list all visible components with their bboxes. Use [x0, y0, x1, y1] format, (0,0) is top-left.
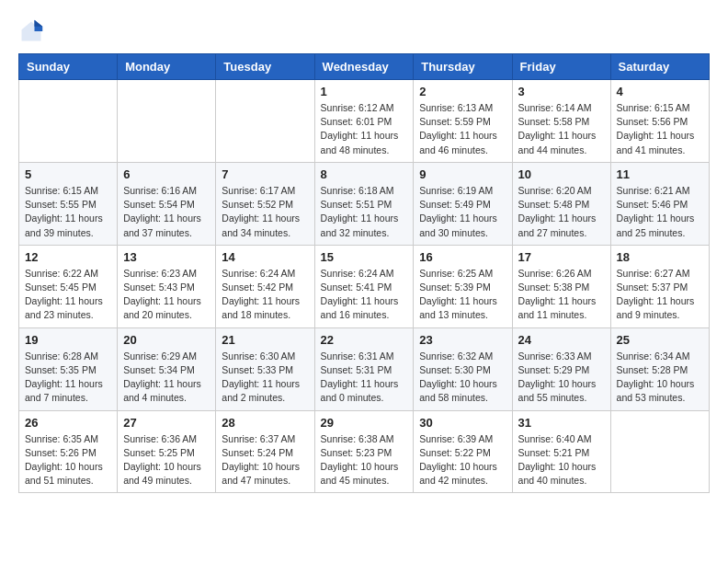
day-number: 26	[25, 416, 111, 430]
weekday-header-friday: Friday	[512, 54, 610, 80]
day-info: Sunrise: 6:24 AM Sunset: 5:41 PM Dayligh…	[321, 267, 408, 323]
day-info: Sunrise: 6:15 AM Sunset: 5:55 PM Dayligh…	[25, 184, 111, 240]
day-number: 7	[222, 167, 308, 181]
calendar-cell: 28Sunrise: 6:37 AM Sunset: 5:24 PM Dayli…	[216, 410, 314, 493]
weekday-header-sunday: Sunday	[19, 54, 118, 80]
day-number: 8	[321, 167, 408, 181]
day-info: Sunrise: 6:13 AM Sunset: 5:59 PM Dayligh…	[419, 101, 506, 157]
day-number: 12	[25, 250, 111, 264]
calendar-cell: 27Sunrise: 6:36 AM Sunset: 5:25 PM Dayli…	[118, 410, 216, 493]
day-info: Sunrise: 6:29 AM Sunset: 5:34 PM Dayligh…	[123, 350, 210, 406]
day-number: 1	[321, 85, 408, 98]
calendar-table: SundayMondayTuesdayWednesdayThursdayFrid…	[18, 53, 710, 493]
day-number: 21	[222, 333, 308, 347]
day-number: 23	[419, 333, 506, 347]
calendar-cell	[19, 80, 118, 163]
day-info: Sunrise: 6:14 AM Sunset: 5:58 PM Dayligh…	[518, 101, 605, 157]
weekday-header-thursday: Thursday	[414, 54, 512, 80]
calendar-cell: 16Sunrise: 6:25 AM Sunset: 5:39 PM Dayli…	[414, 245, 512, 327]
calendar-cell: 2Sunrise: 6:13 AM Sunset: 5:59 PM Daylig…	[414, 80, 512, 163]
logo	[18, 18, 48, 44]
day-info: Sunrise: 6:34 AM Sunset: 5:28 PM Dayligh…	[617, 350, 703, 406]
day-number: 25	[617, 333, 703, 347]
logo-icon	[18, 18, 44, 44]
calendar-cell: 8Sunrise: 6:18 AM Sunset: 5:51 PM Daylig…	[314, 162, 414, 245]
day-info: Sunrise: 6:22 AM Sunset: 5:45 PM Dayligh…	[25, 267, 111, 323]
day-number: 28	[222, 416, 308, 430]
calendar-cell: 7Sunrise: 6:17 AM Sunset: 5:52 PM Daylig…	[216, 162, 314, 245]
day-info: Sunrise: 6:20 AM Sunset: 5:48 PM Dayligh…	[518, 184, 605, 240]
calendar-cell: 3Sunrise: 6:14 AM Sunset: 5:58 PM Daylig…	[512, 80, 610, 163]
day-number: 27	[123, 416, 210, 430]
day-info: Sunrise: 6:26 AM Sunset: 5:38 PM Dayligh…	[518, 267, 605, 323]
day-number: 31	[518, 416, 605, 430]
calendar-cell	[118, 80, 216, 163]
calendar-cell: 21Sunrise: 6:30 AM Sunset: 5:33 PM Dayli…	[216, 327, 314, 410]
day-info: Sunrise: 6:16 AM Sunset: 5:54 PM Dayligh…	[123, 184, 210, 240]
day-number: 4	[617, 85, 703, 98]
calendar-header-row: SundayMondayTuesdayWednesdayThursdayFrid…	[19, 54, 710, 80]
day-number: 5	[25, 167, 111, 181]
calendar-cell	[216, 80, 314, 163]
day-info: Sunrise: 6:19 AM Sunset: 5:49 PM Dayligh…	[419, 184, 506, 240]
day-info: Sunrise: 6:33 AM Sunset: 5:29 PM Dayligh…	[518, 350, 605, 406]
calendar-cell: 12Sunrise: 6:22 AM Sunset: 5:45 PM Dayli…	[19, 245, 118, 327]
calendar-cell: 14Sunrise: 6:24 AM Sunset: 5:42 PM Dayli…	[216, 245, 314, 327]
calendar-cell: 4Sunrise: 6:15 AM Sunset: 5:56 PM Daylig…	[610, 80, 709, 163]
day-number: 18	[617, 250, 703, 264]
day-info: Sunrise: 6:32 AM Sunset: 5:30 PM Dayligh…	[419, 350, 506, 406]
weekday-header-tuesday: Tuesday	[216, 54, 314, 80]
calendar-cell: 6Sunrise: 6:16 AM Sunset: 5:54 PM Daylig…	[118, 162, 216, 245]
calendar-cell: 26Sunrise: 6:35 AM Sunset: 5:26 PM Dayli…	[19, 410, 118, 493]
calendar-cell: 17Sunrise: 6:26 AM Sunset: 5:38 PM Dayli…	[512, 245, 610, 327]
day-number: 30	[419, 416, 506, 430]
day-info: Sunrise: 6:25 AM Sunset: 5:39 PM Dayligh…	[419, 267, 506, 323]
day-info: Sunrise: 6:21 AM Sunset: 5:46 PM Dayligh…	[617, 184, 703, 240]
day-number: 13	[123, 250, 210, 264]
day-info: Sunrise: 6:38 AM Sunset: 5:23 PM Dayligh…	[321, 432, 408, 488]
calendar-cell: 1Sunrise: 6:12 AM Sunset: 6:01 PM Daylig…	[314, 80, 414, 163]
day-number: 29	[321, 416, 408, 430]
day-number: 2	[419, 85, 506, 98]
calendar-cell: 13Sunrise: 6:23 AM Sunset: 5:43 PM Dayli…	[118, 245, 216, 327]
day-info: Sunrise: 6:37 AM Sunset: 5:24 PM Dayligh…	[222, 432, 308, 488]
calendar-cell	[610, 410, 709, 493]
calendar-cell: 5Sunrise: 6:15 AM Sunset: 5:55 PM Daylig…	[19, 162, 118, 245]
calendar-week-row: 26Sunrise: 6:35 AM Sunset: 5:26 PM Dayli…	[19, 410, 710, 493]
weekday-header-monday: Monday	[118, 54, 216, 80]
calendar-week-row: 19Sunrise: 6:28 AM Sunset: 5:35 PM Dayli…	[19, 327, 710, 410]
day-info: Sunrise: 6:24 AM Sunset: 5:42 PM Dayligh…	[222, 267, 308, 323]
calendar-cell: 20Sunrise: 6:29 AM Sunset: 5:34 PM Dayli…	[118, 327, 216, 410]
calendar-cell: 23Sunrise: 6:32 AM Sunset: 5:30 PM Dayli…	[414, 327, 512, 410]
page-header	[18, 18, 710, 44]
calendar-cell: 9Sunrise: 6:19 AM Sunset: 5:49 PM Daylig…	[414, 162, 512, 245]
day-number: 17	[518, 250, 605, 264]
calendar-cell: 19Sunrise: 6:28 AM Sunset: 5:35 PM Dayli…	[19, 327, 118, 410]
calendar-cell: 11Sunrise: 6:21 AM Sunset: 5:46 PM Dayli…	[610, 162, 709, 245]
day-info: Sunrise: 6:30 AM Sunset: 5:33 PM Dayligh…	[222, 350, 308, 406]
calendar-cell: 24Sunrise: 6:33 AM Sunset: 5:29 PM Dayli…	[512, 327, 610, 410]
calendar-cell: 31Sunrise: 6:40 AM Sunset: 5:21 PM Dayli…	[512, 410, 610, 493]
day-number: 20	[123, 333, 210, 347]
day-info: Sunrise: 6:36 AM Sunset: 5:25 PM Dayligh…	[123, 432, 210, 488]
day-number: 11	[617, 167, 703, 181]
weekday-header-wednesday: Wednesday	[314, 54, 414, 80]
calendar-cell: 18Sunrise: 6:27 AM Sunset: 5:37 PM Dayli…	[610, 245, 709, 327]
day-info: Sunrise: 6:12 AM Sunset: 6:01 PM Dayligh…	[321, 101, 408, 157]
calendar-week-row: 1Sunrise: 6:12 AM Sunset: 6:01 PM Daylig…	[19, 80, 710, 163]
day-info: Sunrise: 6:15 AM Sunset: 5:56 PM Dayligh…	[617, 101, 703, 157]
calendar-cell: 10Sunrise: 6:20 AM Sunset: 5:48 PM Dayli…	[512, 162, 610, 245]
day-info: Sunrise: 6:35 AM Sunset: 5:26 PM Dayligh…	[25, 432, 111, 488]
calendar-week-row: 12Sunrise: 6:22 AM Sunset: 5:45 PM Dayli…	[19, 245, 710, 327]
calendar-week-row: 5Sunrise: 6:15 AM Sunset: 5:55 PM Daylig…	[19, 162, 710, 245]
day-info: Sunrise: 6:31 AM Sunset: 5:31 PM Dayligh…	[321, 350, 408, 406]
day-info: Sunrise: 6:18 AM Sunset: 5:51 PM Dayligh…	[321, 184, 408, 240]
day-number: 24	[518, 333, 605, 347]
day-number: 3	[518, 85, 605, 98]
calendar-cell: 30Sunrise: 6:39 AM Sunset: 5:22 PM Dayli…	[414, 410, 512, 493]
calendar-cell: 29Sunrise: 6:38 AM Sunset: 5:23 PM Dayli…	[314, 410, 414, 493]
day-number: 16	[419, 250, 506, 264]
calendar-cell: 25Sunrise: 6:34 AM Sunset: 5:28 PM Dayli…	[610, 327, 709, 410]
day-info: Sunrise: 6:23 AM Sunset: 5:43 PM Dayligh…	[123, 267, 210, 323]
day-info: Sunrise: 6:40 AM Sunset: 5:21 PM Dayligh…	[518, 432, 605, 488]
